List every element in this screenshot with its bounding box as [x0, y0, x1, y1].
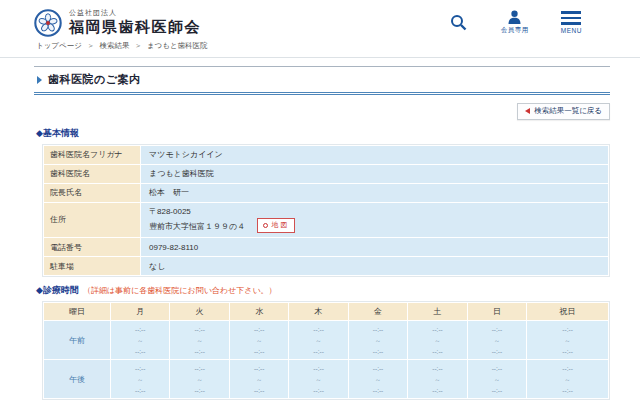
schedule-cell: --:--～--:--: [468, 360, 526, 398]
breadcrumb-home-link[interactable]: トップページ: [36, 41, 82, 50]
map-pin-icon: [263, 223, 268, 228]
page-title: 歯科医院のご案内: [48, 72, 141, 87]
basic-info-heading: ◆基本情報: [36, 127, 610, 140]
phone-label: 電話番号: [44, 238, 140, 256]
breadcrumb-current-page: まつもと歯科医院: [147, 41, 208, 50]
breadcrumb-separator: ＞: [87, 41, 95, 50]
schedule-day-header: 火: [170, 303, 228, 320]
back-to-results-button[interactable]: 検索結果一覧に戻る: [517, 103, 610, 120]
table-row: 住所 〒828-0025 豊前市大字恒富１９９の４ 地図: [44, 203, 608, 238]
table-row: 電話番号 0979-82-8110: [44, 238, 608, 256]
org-name-title: 福岡県歯科医師会: [69, 18, 201, 37]
schedule-day-header: 金: [349, 303, 407, 320]
search-icon: [450, 14, 467, 31]
schedule-cell: --:--～--:--: [527, 360, 608, 398]
table-row: 歯科医院名 まつもと歯科医院: [44, 165, 608, 183]
clinic-name-label: 歯科医院名: [44, 165, 140, 183]
schedule-cell: --:--～--:--: [349, 321, 407, 359]
schedule-day-header: 日: [468, 303, 526, 320]
schedule-cell: --:--～--:--: [170, 321, 228, 359]
postal-code: 〒828-0025: [149, 206, 600, 218]
address-label: 住所: [44, 203, 140, 238]
hours-table: 曜日 月火水木金土日祝日 午前--:--～--:----:--～--:----:…: [42, 301, 610, 400]
member-area-button[interactable]: 会員専用: [501, 10, 529, 35]
back-arrow-icon: [525, 108, 530, 114]
schedule-day-header: 土: [408, 303, 466, 320]
schedule-cell: --:--～--:--: [289, 360, 347, 398]
furigana-label: 歯科医院名フリガナ: [44, 146, 140, 164]
schedule-row-label: 午前: [44, 321, 110, 359]
schedule-cell: --:--～--:--: [527, 321, 608, 359]
org-type-label: 公益社団法人: [69, 8, 201, 18]
hours-heading: ◆診療時間（詳細は事前に各歯科医院にお問い合わせ下さい。）: [36, 284, 610, 297]
schedule-cell: --:--～--:--: [408, 360, 466, 398]
table-row: 院長氏名 松本 研一: [44, 184, 608, 202]
title-arrow-icon: [37, 76, 42, 84]
table-row: 駐車場 なし: [44, 257, 608, 275]
schedule-body: 午前--:--～--:----:--～--:----:--～--:----:--…: [44, 321, 608, 398]
schedule-cell: --:--～--:--: [170, 360, 228, 398]
map-button-label: 地図: [271, 220, 289, 231]
schedule-cell: --:--～--:--: [349, 360, 407, 398]
hamburger-menu-icon: [561, 11, 581, 25]
parking-value: なし: [141, 257, 608, 275]
schedule-cell: --:--～--:--: [230, 360, 288, 398]
member-area-label: 会員専用: [501, 26, 529, 35]
clinic-name-value: まつもと歯科医院: [141, 165, 608, 183]
table-row: 歯科医院名フリガナ マツモトシカイイン: [44, 146, 608, 164]
page-title-bar: 歯科医院のご案内: [34, 66, 610, 95]
site-header: 公益社団法人 福岡県歯科医師会 会員専用 MENU: [0, 0, 640, 38]
director-name-label: 院長氏名: [44, 184, 140, 202]
schedule-row: 午後--:--～--:----:--～--:----:--～--:----:--…: [44, 360, 608, 398]
back-to-results-label: 検索結果一覧に戻る: [534, 106, 602, 116]
schedule-header-row: 曜日 月火水木金土日祝日: [44, 303, 608, 320]
weekday-column-header: 曜日: [44, 303, 110, 320]
hours-note: （詳細は事前に各歯科医院にお問い合わせ下さい。）: [83, 286, 277, 295]
schedule-cell: --:--～--:--: [111, 360, 169, 398]
schedule-cell: --:--～--:--: [289, 321, 347, 359]
member-person-icon: [507, 10, 522, 24]
association-logo-icon: [34, 9, 62, 37]
schedule-cell: --:--～--:--: [408, 321, 466, 359]
map-button[interactable]: 地図: [257, 218, 295, 233]
schedule-day-header: 木: [289, 303, 347, 320]
schedule-day-header: 祝日: [527, 303, 608, 320]
street-address: 豊前市大字恒富１９９の４: [149, 222, 245, 231]
director-name-value: 松本 研一: [141, 184, 608, 202]
furigana-value: マツモトシカイイン: [141, 146, 608, 164]
main-content: 歯科医院のご案内 検索結果一覧に戻る ◆基本情報 歯科医院名フリガナ マツモトシ…: [0, 58, 640, 400]
site-brand: 公益社団法人 福岡県歯科医師会: [69, 8, 201, 37]
breadcrumb-search-results-link[interactable]: 検索結果: [99, 41, 129, 50]
schedule-cell: --:--～--:--: [230, 321, 288, 359]
schedule-row: 午前--:--～--:----:--～--:----:--～--:----:--…: [44, 321, 608, 359]
breadcrumb: トップページ＞検索結果＞まつもと歯科医院: [0, 38, 640, 58]
schedule-cell: --:--～--:--: [468, 321, 526, 359]
schedule-row-label: 午後: [44, 360, 110, 398]
schedule-cell: --:--～--:--: [111, 321, 169, 359]
menu-label: MENU: [561, 27, 582, 34]
search-button[interactable]: [450, 14, 467, 31]
basic-info-table: 歯科医院名フリガナ マツモトシカイイン 歯科医院名 まつもと歯科医院 院長氏名 …: [42, 144, 610, 278]
parking-label: 駐車場: [44, 257, 140, 275]
breadcrumb-separator: ＞: [134, 41, 142, 50]
menu-button[interactable]: MENU: [561, 11, 582, 34]
hours-heading-text: ◆診療時間: [36, 285, 79, 295]
address-value: 〒828-0025 豊前市大字恒富１９９の４ 地図: [141, 203, 608, 238]
phone-value: 0979-82-8110: [141, 238, 608, 256]
schedule-day-header: 月: [111, 303, 169, 320]
schedule-day-header: 水: [230, 303, 288, 320]
